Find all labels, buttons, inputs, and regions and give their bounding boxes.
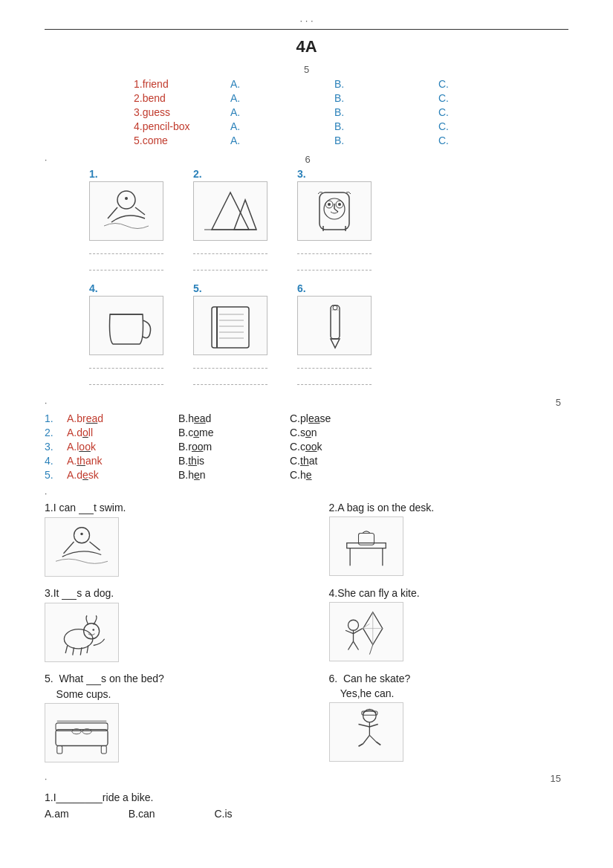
- svg-line-45: [369, 645, 372, 655]
- item-num-1: 1.: [89, 168, 98, 180]
- item-num-4: 4.: [89, 282, 98, 294]
- option-1c[interactable]: C.is: [215, 808, 233, 820]
- sentence-img-4: [329, 602, 403, 661]
- word-2: 2.bend: [134, 92, 201, 104]
- svg-rect-33: [346, 543, 386, 548]
- sentence-item-6: 6. Can he skate? Yes,he can.: [329, 673, 569, 762]
- svg-marker-5: [234, 200, 256, 230]
- sentence-item-3: 3.It s a dog.: [45, 587, 285, 662]
- sentence-item-5: 5. What s on the bed? Some cups.: [45, 673, 285, 762]
- section2-header: · 6: [45, 154, 568, 165]
- images-row-1: 1. 2.: [89, 168, 568, 271]
- svg-line-67: [369, 735, 376, 742]
- word-1: 1.friend: [134, 78, 201, 90]
- sentence-answer-5: Some cups.: [45, 688, 285, 700]
- write-lines-1: [89, 244, 163, 271]
- opt-2c: C.: [438, 92, 468, 104]
- image-box-4: [89, 296, 163, 355]
- image-box-1: [89, 181, 163, 241]
- svg-line-30: [64, 542, 74, 554]
- svg-line-40: [73, 647, 74, 655]
- svg-rect-57: [57, 746, 62, 754]
- svg-point-28: [333, 305, 337, 310]
- svg-line-51: [353, 629, 362, 634]
- svg-line-2: [135, 207, 145, 215]
- option-1a[interactable]: A.am: [45, 808, 69, 820]
- blank-5[interactable]: [86, 673, 101, 685]
- sentence-text-4: 4.She can fly a kite.: [329, 587, 569, 599]
- svg-line-69: [376, 742, 380, 745]
- svg-line-50: [346, 630, 354, 633]
- opt-2b: B.: [334, 92, 364, 104]
- svg-line-65: [369, 725, 377, 728]
- options-row-1: A.am B.can C.is: [45, 808, 568, 820]
- opt-1a: A.: [230, 78, 260, 90]
- phonics-row-1: 1. A.bread B.head C.please: [45, 412, 568, 424]
- header-line: · · ·: [45, 15, 568, 30]
- question-1: 1.I________ride a bike.: [45, 791, 568, 803]
- word-5: 5.come: [134, 135, 201, 146]
- sentence-text-5: 5. What s on the bed?: [45, 673, 285, 685]
- opt-4a: A.: [230, 120, 260, 132]
- item-num-2: 2.: [193, 168, 202, 180]
- image-box-3: [297, 181, 372, 241]
- word-3: 3.guess: [134, 106, 201, 118]
- write-lines-6: [297, 358, 372, 385]
- image-item-5: 5.: [193, 282, 267, 385]
- opt-3c: C.: [438, 106, 468, 118]
- svg-rect-25: [331, 305, 340, 339]
- blank-3[interactable]: [62, 587, 77, 600]
- opt-4c: C.: [438, 120, 468, 132]
- opt-3b: B.: [334, 106, 364, 118]
- svg-line-68: [358, 744, 363, 747]
- sentence-img-3: [45, 603, 119, 662]
- word-row-3: 3.guess A. B. C.: [134, 106, 568, 118]
- sentence-item-4: 4.She can fly a kite.: [329, 587, 569, 661]
- section5-header: · 15: [45, 773, 568, 784]
- word-row-5: 5.come A. B. C.: [134, 135, 568, 146]
- svg-point-43: [92, 629, 94, 631]
- blank-1[interactable]: [79, 502, 94, 514]
- sentence-item-1: 1.I can t swim.: [45, 502, 285, 577]
- sentence-text-3: 3.It s a dog.: [45, 587, 285, 600]
- image-item-4: 4.: [89, 282, 163, 385]
- image-box-6: [297, 296, 372, 355]
- header-dots: · · ·: [299, 15, 313, 26]
- sentence-text-2: 2.A bag is on the desk.: [329, 502, 569, 514]
- opt-2a: A.: [230, 92, 260, 104]
- sentence-text-1: 1.I can t swim.: [45, 502, 285, 514]
- section3-header: · 5: [45, 397, 568, 408]
- svg-point-11: [328, 203, 331, 206]
- sentence-section: 1.I can t swim. 2.A bag is on the desk.: [45, 502, 568, 762]
- image-item-3: 3.: [297, 168, 372, 271]
- write-lines-2: [193, 244, 267, 271]
- write-lines-4: [89, 358, 163, 385]
- svg-point-12: [338, 203, 341, 206]
- image-box-5: [193, 296, 267, 355]
- word-row-1: 1.friend A. B. C.: [134, 78, 568, 90]
- svg-rect-55: [56, 730, 108, 746]
- svg-point-32: [80, 533, 83, 536]
- sentence-pair-34: 3.It s a dog.: [45, 587, 568, 662]
- svg-marker-26: [331, 339, 340, 348]
- svg-line-39: [65, 646, 68, 654]
- sentence-pair-56: 5. What s on the bed? Some cups.: [45, 673, 568, 762]
- phonics-row-2: 2. A.doll B.come C.son: [45, 427, 568, 438]
- page-title: 4A: [45, 37, 568, 56]
- option-1b[interactable]: B.can: [129, 808, 155, 820]
- opt-5c: C.: [438, 135, 468, 146]
- svg-line-52: [348, 641, 353, 650]
- phonics-row-3: 3. A.look B.room C.cook: [45, 441, 568, 453]
- opt-1c: C.: [438, 78, 468, 90]
- svg-point-3: [125, 197, 128, 200]
- word-row-2: 2.bend A. B. C.: [134, 92, 568, 104]
- svg-line-53: [353, 641, 358, 650]
- svg-line-14: [334, 209, 338, 212]
- svg-line-64: [358, 725, 369, 728]
- image-item-2: 2.: [193, 168, 267, 271]
- images-row-2: 4. 5.: [89, 282, 568, 385]
- opt-4b: B.: [334, 120, 364, 132]
- sentence-img-6: [329, 702, 403, 762]
- section4-header: ·: [45, 488, 568, 499]
- opt-3a: A.: [230, 106, 260, 118]
